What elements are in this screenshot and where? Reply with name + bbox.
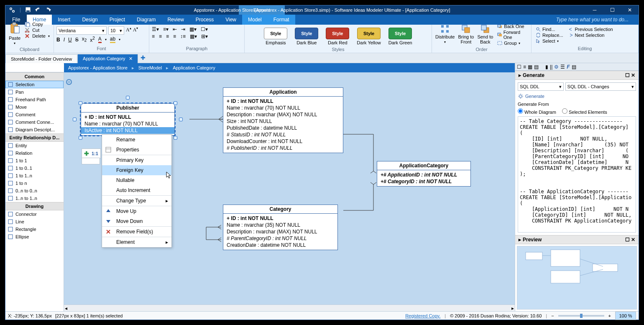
rp-icon[interactable]: ▦ xyxy=(528,64,532,70)
context-menu[interactable]: RenamePropertiesPrimary KeyForeign KeyNu… xyxy=(102,134,172,248)
forward-one-button[interactable]: Forward One xyxy=(496,29,529,40)
toolbox-0-n-to-0-n[interactable]: 0..n to 0..n xyxy=(5,187,64,194)
delete-button[interactable]: Delete▾ xyxy=(23,33,51,39)
zoom-slider[interactable] xyxy=(558,315,604,317)
copy-button[interactable]: Copy xyxy=(23,21,51,27)
justify-button[interactable]: ≡ xyxy=(173,33,176,39)
entity-category[interactable]: Category + ID : int NOT NULLName : nvarc… xyxy=(223,205,338,250)
canvas-scrollbar-h[interactable]: ◂ ▸ xyxy=(64,305,515,311)
image-button[interactable]: ⊞▾ xyxy=(201,33,208,39)
cut-button[interactable]: Cut xyxy=(23,27,51,33)
toolbox-selection[interactable]: Selection xyxy=(5,81,64,88)
style-emphasis[interactable]: StyleEmphasis xyxy=(264,28,287,45)
redo-icon[interactable] xyxy=(45,7,51,13)
line-spacing-button[interactable]: ↕≡ xyxy=(180,33,186,39)
table-button[interactable]: ☐▾ xyxy=(201,26,208,32)
generate-button[interactable]: Generate xyxy=(518,91,636,102)
toolbox-comment-conne-[interactable]: Comment Conne... xyxy=(5,118,64,126)
menu-nullable[interactable]: Nullable xyxy=(102,175,171,185)
menu-foreign-key[interactable]: Foreign Key xyxy=(102,165,171,175)
strike-button[interactable]: S xyxy=(75,37,79,43)
close-tab-icon[interactable]: ✕ xyxy=(129,56,133,61)
toolbox-1-to-0-1[interactable]: 1 to 0..1 xyxy=(5,164,64,172)
rp-icon[interactable]: || xyxy=(550,64,552,70)
toolbox-line[interactable]: Line xyxy=(5,218,64,225)
find-button[interactable]: Find... xyxy=(534,26,565,32)
doc-tab-overview[interactable]: StoreModel - Folder Overview xyxy=(5,54,77,63)
menu-auto-increment[interactable]: Auto Increment xyxy=(102,185,171,195)
highlight-button[interactable]: ab xyxy=(110,36,115,43)
crumb-3[interactable]: Application Category xyxy=(173,65,215,70)
menu-change-type[interactable]: Change Type▸ xyxy=(102,195,171,206)
tab-design[interactable]: Design xyxy=(76,15,103,25)
menu-move-up[interactable]: Move Up xyxy=(102,206,171,216)
align-center-button[interactable]: ≡ xyxy=(159,33,162,39)
toolbox-rectangle[interactable]: Rectangle xyxy=(5,225,64,233)
superscript-button[interactable]: x2 xyxy=(90,36,95,43)
sql-output[interactable]: -- Table Category ---------------- CREAT… xyxy=(518,116,636,233)
menu-rename[interactable]: Rename xyxy=(102,135,171,145)
generate-format-1[interactable]: SQL DDL▾ xyxy=(518,82,564,91)
style-dark-green[interactable]: StyleDark Green xyxy=(388,28,412,45)
back-one-button[interactable]: Back One xyxy=(496,23,529,29)
bring-to-front-button[interactable]: Bring to Front xyxy=(457,23,475,45)
rp-icon[interactable]: F xyxy=(567,64,570,70)
tab-insert[interactable]: Insert xyxy=(52,15,76,25)
toolbox-1-to-n[interactable]: 1 to n xyxy=(5,179,64,187)
entity-applicationcategory[interactable]: ApplicationCategory +# ApplicationID : i… xyxy=(377,161,471,187)
paste-button[interactable]: Paste ▾ xyxy=(8,21,21,46)
menu-properties[interactable]: Properties xyxy=(102,145,171,155)
toolbox-freehand-path[interactable]: Freehand Path xyxy=(5,96,64,103)
rp-icon[interactable]: ☐ xyxy=(517,64,521,70)
radio-whole-diagram[interactable]: Whole Diagram xyxy=(518,108,556,115)
entity-application[interactable]: Application + ID : int NOT NULLName : nv… xyxy=(223,87,343,153)
zoom-out-button[interactable]: − xyxy=(551,313,554,318)
align-right-button[interactable]: ≡ xyxy=(166,33,169,39)
toolbox-1-to-1[interactable]: 1 to 1 xyxy=(5,157,64,164)
rp-icon[interactable]: ⚙ xyxy=(554,64,559,70)
canvas-helper-icon[interactable] xyxy=(66,79,72,85)
bullets-button[interactable]: ☰▾ xyxy=(152,26,159,32)
select-button[interactable]: Select▾ xyxy=(534,38,565,44)
toolbox-relation[interactable]: Relation xyxy=(5,149,64,157)
style-dark-red[interactable]: StyleDark Red xyxy=(326,28,349,45)
tab-format[interactable]: Format xyxy=(268,15,295,25)
add-relation-icon[interactable]: ✚ xyxy=(84,150,89,157)
relation-quick-tool[interactable]: ✚ 1:1 xyxy=(82,148,101,159)
tab-view[interactable]: View xyxy=(220,15,242,25)
close-button[interactable]: ✕ xyxy=(621,5,639,15)
radio-selected-elements[interactable]: Selected Elements xyxy=(562,108,607,115)
diagram-canvas[interactable]: Publisher + ID : int NOT NULLName : nvar… xyxy=(64,72,515,311)
crumb-2[interactable]: StoreModel xyxy=(138,65,162,70)
group-button[interactable]: Group▾ xyxy=(496,40,529,46)
font-family-select[interactable]: Verdana▾ xyxy=(56,26,107,35)
menu-primary-key[interactable]: Primary Key xyxy=(102,155,171,165)
toolbox-1-to-1-n[interactable]: 1 to 1..n xyxy=(5,172,64,179)
align-left-button[interactable]: ≡ xyxy=(152,33,155,39)
relation-quick-tool-2[interactable] xyxy=(82,158,100,164)
underline-button[interactable]: U xyxy=(68,37,72,43)
rp-icon[interactable]: ☰ xyxy=(560,64,565,70)
toolbox-1-n-to-1-n[interactable]: 1..n to 1..n xyxy=(5,194,64,202)
toolbox-pan[interactable]: Pan xyxy=(5,88,64,96)
rp-icon[interactable]: ▤ xyxy=(534,64,539,70)
tab-model[interactable]: Model xyxy=(242,15,268,25)
zoom-value[interactable]: 100 % xyxy=(615,312,636,320)
font-color-button[interactable]: A xyxy=(98,36,102,43)
save-icon[interactable] xyxy=(25,7,31,13)
font-size-select[interactable]: 10▾ xyxy=(108,26,124,35)
menu-remove-field-s-[interactable]: Remove Field(s) xyxy=(102,226,171,237)
replace-button[interactable]: Replace... xyxy=(534,32,565,38)
indent-button[interactable]: ⇥ xyxy=(181,26,185,32)
send-to-back-button[interactable]: Send to Back xyxy=(476,23,494,45)
prev-selection-button[interactable]: Previous Selection xyxy=(567,26,615,32)
table2-button[interactable]: ▦▾ xyxy=(190,33,197,39)
toolbox-entity[interactable]: Entity xyxy=(5,142,64,149)
preview-thumbnail[interactable] xyxy=(517,246,637,310)
toolbox-move[interactable]: Move xyxy=(5,103,64,111)
close-panel-icon[interactable]: ☐ ✕ xyxy=(625,72,635,78)
rp-icon[interactable]: ▮ xyxy=(545,64,548,70)
registered-link[interactable]: Registered Copy. xyxy=(405,313,440,318)
toolbox-diagram-descript-[interactable]: Diagram Descript... xyxy=(5,126,64,133)
menu-element[interactable]: Element▸ xyxy=(102,237,171,247)
